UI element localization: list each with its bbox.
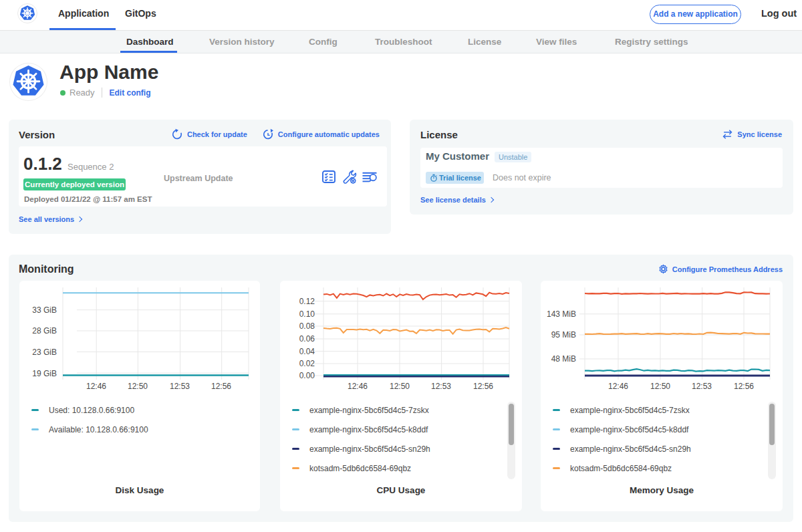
svg-text:0.08: 0.08	[299, 321, 315, 331]
svg-text:0.04: 0.04	[299, 347, 315, 356]
svg-text:48 MiB: 48 MiB	[551, 354, 576, 364]
svg-text:0.02: 0.02	[299, 359, 315, 368]
svg-text:0.00: 0.00	[299, 371, 315, 380]
svg-text:12:56: 12:56	[473, 382, 493, 391]
svg-text:0.06: 0.06	[299, 334, 315, 344]
svg-text:12:46: 12:46	[348, 382, 368, 391]
svg-text:33 GiB: 33 GiB	[32, 305, 57, 315]
svg-text:12:56: 12:56	[734, 382, 754, 391]
svg-text:12:53: 12:53	[431, 382, 451, 391]
svg-text:0.12: 0.12	[299, 297, 315, 306]
svg-text:143 MiB: 143 MiB	[547, 309, 576, 319]
svg-text:12:50: 12:50	[650, 382, 670, 391]
svg-text:12:50: 12:50	[128, 382, 148, 391]
svg-text:12:46: 12:46	[608, 382, 628, 391]
svg-text:23 GiB: 23 GiB	[32, 348, 57, 357]
svg-text:12:53: 12:53	[170, 382, 190, 391]
svg-text:12:53: 12:53	[692, 382, 712, 391]
svg-text:12:56: 12:56	[211, 382, 231, 391]
svg-text:12:50: 12:50	[390, 382, 410, 391]
svg-text:0.10: 0.10	[299, 309, 315, 319]
svg-text:28 GiB: 28 GiB	[32, 326, 57, 336]
svg-text:12:46: 12:46	[86, 382, 106, 391]
svg-text:95 MiB: 95 MiB	[551, 330, 576, 340]
svg-text:19 GiB: 19 GiB	[32, 369, 57, 378]
